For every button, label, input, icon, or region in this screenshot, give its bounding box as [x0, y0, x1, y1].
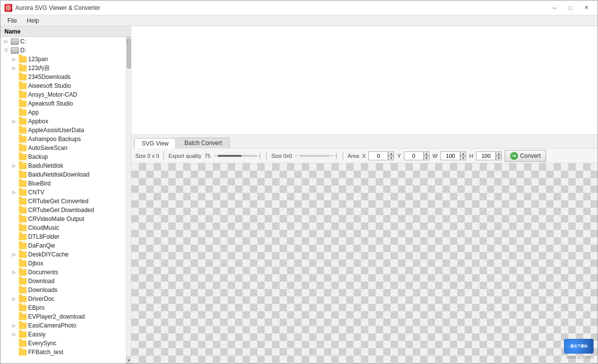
- tree-label-backup: Backup: [28, 153, 48, 160]
- expand-spacer-evplayer: [10, 313, 17, 320]
- drive-icon-c: [11, 38, 19, 45]
- tree-item-everysync[interactable]: EverySync: [0, 339, 126, 348]
- tree-item-djbox[interactable]: Djbox: [0, 259, 126, 268]
- tree-item-baidudownload[interactable]: BaiduNetdiskDownload: [0, 170, 126, 179]
- tree-item-crtubedownloaded[interactable]: CRTubeGet Downloaded: [0, 206, 126, 215]
- w-spin-up[interactable]: ▲: [460, 151, 466, 156]
- tree-item-downloads[interactable]: Downloads: [0, 286, 126, 294]
- expand-icon-easicamera[interactable]: ▷: [10, 322, 17, 329]
- tree-item-crvideomate[interactable]: CRVideoMate Output: [0, 215, 126, 223]
- convert-button[interactable]: Convert: [505, 150, 546, 162]
- tree-item-ebpro[interactable]: EBpro: [0, 303, 126, 312]
- tree-item-dafanqie[interactable]: DaFanQie: [0, 241, 126, 250]
- scroll-down-arrow[interactable]: ▼: [126, 357, 131, 364]
- minimize-button[interactable]: ─: [547, 3, 562, 13]
- h-input-group: ▲ ▼: [476, 151, 502, 160]
- expand-icon-123content[interactable]: ▷: [10, 65, 17, 72]
- expand-icon-cntv[interactable]: ▷: [10, 189, 17, 196]
- tree-item-baidunetdisk[interactable]: ▷ BaiduNetdisk: [0, 161, 126, 170]
- scrollbar-thumb[interactable]: [127, 39, 131, 69]
- expand-icon-driverdoc[interactable]: ▷: [10, 295, 17, 302]
- quality-slider[interactable]: [218, 155, 257, 157]
- h-label: H: [469, 153, 473, 159]
- h-spin-up[interactable]: ▲: [496, 151, 502, 156]
- expand-icon-appbox[interactable]: ▷: [10, 118, 17, 125]
- tree-item-ansys[interactable]: Ansys_Motor-CAD: [0, 90, 126, 99]
- tree-item-2345downloads[interactable]: 2345Downloads: [0, 73, 126, 81]
- menu-file[interactable]: File: [3, 16, 21, 25]
- tree-item-123content[interactable]: ▷ 123内容: [0, 64, 126, 73]
- folder-icon-deskdiycache: [19, 252, 27, 258]
- tree-item-dtl8folder[interactable]: DTL8Folder: [0, 232, 126, 241]
- expand-spacer-everysync: [10, 340, 17, 347]
- tree-item-download[interactable]: Download: [0, 277, 126, 286]
- tree-item-ashampoo[interactable]: Ashampoo Backups: [0, 135, 126, 144]
- w-input[interactable]: [440, 151, 460, 160]
- y-input[interactable]: [404, 151, 424, 160]
- tree-item-appbox[interactable]: ▷ Appbox: [0, 117, 126, 126]
- x-input[interactable]: [368, 151, 388, 160]
- tree-label-cloudmusic: CloudMusic: [28, 224, 59, 231]
- app-icon: [4, 4, 12, 12]
- w-spin-down[interactable]: ▼: [460, 156, 466, 160]
- close-button[interactable]: ✕: [579, 3, 594, 13]
- tree-item-deskdiycache[interactable]: ▷ DeskDIYCache: [0, 250, 126, 259]
- expand-icon-eassiy[interactable]: ▷: [10, 331, 17, 338]
- tree-item-cntv[interactable]: ▷ CNTV: [0, 188, 126, 197]
- tree-item-driverdoc[interactable]: ▷ DriverDoc: [0, 294, 126, 303]
- separator-2: [266, 151, 267, 160]
- tree-item-ffbatch[interactable]: FFBatch_test: [0, 348, 126, 357]
- tree-item-aiseesoft[interactable]: Aiseesoft Studio: [0, 81, 126, 90]
- tree-item-backup[interactable]: Backup: [0, 152, 126, 161]
- tree-item-crtubeconverted[interactable]: CRTubeGet Converted: [0, 197, 126, 206]
- h-spin-down[interactable]: ▼: [496, 156, 502, 160]
- tree-item-123pan[interactable]: ▷ 123pan: [0, 55, 126, 64]
- y-spin-up[interactable]: ▲: [424, 151, 430, 156]
- expand-icon-123pan[interactable]: ▷: [10, 56, 17, 63]
- expand-spacer-apeaksoft: [10, 100, 17, 107]
- tree-item-d-drive[interactable]: ▽ D:: [0, 46, 126, 55]
- maximize-button[interactable]: □: [563, 3, 578, 13]
- tree-item-apeaksoft[interactable]: Apeaksoft Studio: [0, 99, 126, 108]
- tree-item-bluebird[interactable]: BlueBird: [0, 179, 126, 188]
- expand-icon-deskdiycache[interactable]: ▷: [10, 251, 17, 258]
- tree-label-easicamera: EasiCameraPhoto: [28, 322, 76, 329]
- sidebar-tree[interactable]: ▷ C: ▽ D: ▷ 123pan: [0, 37, 126, 364]
- size-slider[interactable]: [300, 155, 329, 157]
- tree-label-123pan: 123pan: [28, 56, 48, 63]
- tree-item-cloudmusic[interactable]: CloudMusic: [0, 223, 126, 232]
- expand-icon-documents[interactable]: ▷: [10, 269, 17, 276]
- sidebar-scrollbar[interactable]: ▲ ▼: [126, 37, 131, 364]
- tab-batch-convert[interactable]: Batch Convert: [177, 138, 229, 148]
- convert-label: Convert: [520, 152, 541, 159]
- menu-help[interactable]: Help: [23, 16, 43, 25]
- expand-icon-baidunetdisk[interactable]: ▷: [10, 162, 17, 169]
- convert-icon: [510, 152, 518, 160]
- size-display2: Size 0x0: [271, 153, 292, 159]
- expand-spacer-autosave: [10, 145, 17, 151]
- tab-svg-view[interactable]: SVG View: [134, 138, 176, 148]
- y-spin-down[interactable]: ▼: [424, 156, 430, 160]
- tree-item-eassiy[interactable]: ▷ Eassiy: [0, 330, 126, 339]
- tree-label-apeaksoft: Apeaksoft Studio: [28, 100, 73, 107]
- y-label: Y: [397, 153, 400, 159]
- folder-icon-crvideomate: [19, 216, 27, 222]
- x-spin-up[interactable]: ▲: [388, 151, 394, 156]
- tree-item-c-drive[interactable]: ▷ C:: [0, 37, 126, 46]
- tree-item-easicamera[interactable]: ▷ EasiCameraPhoto: [0, 321, 126, 330]
- tree-item-autosavescan[interactable]: AutoSaveScan: [0, 144, 126, 152]
- expand-icon-c[interactable]: ▷: [2, 38, 9, 45]
- folder-icon-autosavescan: [19, 145, 27, 151]
- tree-item-appleassist[interactable]: AppleAssistUserData: [0, 126, 126, 135]
- h-input[interactable]: [476, 151, 496, 160]
- title-bar: Aurora SVG Viewer & Converter ─ □ ✕: [0, 0, 598, 15]
- x-spin-down[interactable]: ▼: [388, 156, 394, 160]
- folder-icon-everysync: [19, 340, 27, 347]
- tree-item-app[interactable]: App: [0, 108, 126, 117]
- expand-spacer-downloads: [10, 287, 17, 293]
- expand-spacer-aiseesoft: [10, 82, 17, 89]
- expand-icon-d[interactable]: ▽: [2, 47, 9, 54]
- folder-icon-apeaksoft: [19, 101, 27, 107]
- tree-item-evplayer[interactable]: EVPlayer2_download: [0, 312, 126, 321]
- tree-item-documents[interactable]: ▷ Documents: [0, 268, 126, 277]
